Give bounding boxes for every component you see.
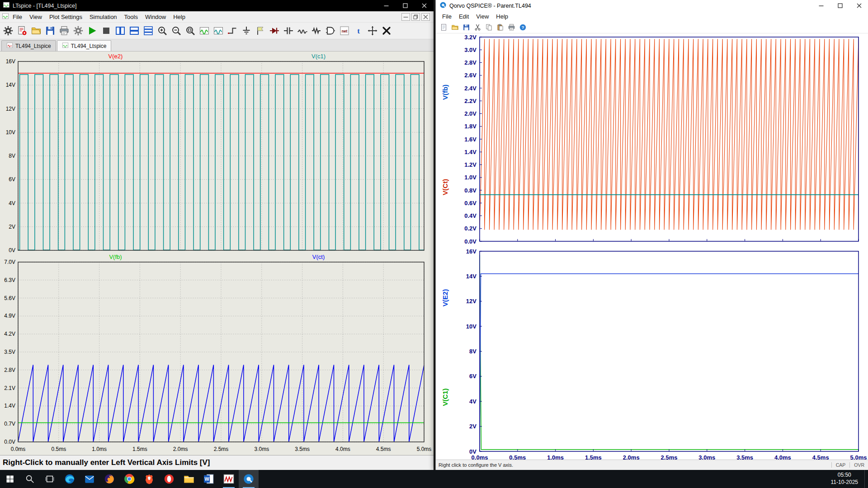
delete-icon[interactable]	[379, 24, 393, 38]
y-tick-label[interactable]: 12V	[466, 298, 476, 305]
zoom-in-icon[interactable]	[155, 24, 169, 38]
open-icon[interactable]	[29, 24, 43, 38]
qspice-maximize-button[interactable]	[830, 0, 849, 11]
taskbar-chrome-icon[interactable]	[119, 470, 139, 488]
x-tick-label[interactable]: 1.0ms	[92, 446, 107, 452]
y-tick-label[interactable]: 10V	[466, 323, 476, 330]
print-icon[interactable]	[57, 24, 71, 38]
trace-title-V(c1)[interactable]: V(c1)	[311, 53, 326, 60]
new-doc-icon[interactable]	[439, 22, 448, 32]
help-icon[interactable]: ?	[518, 22, 528, 32]
x-tick-label[interactable]: 4.5ms	[376, 446, 391, 452]
y-tick-label[interactable]: 2.8V	[464, 59, 476, 66]
axis-label-V(C1)[interactable]: V(C1)	[441, 388, 449, 406]
y-tick-label[interactable]: 0.0V	[464, 238, 476, 245]
x-tick-label[interactable]: 2.5ms	[661, 454, 678, 460]
y-tick-label[interactable]: 3.5V	[4, 349, 15, 355]
x-tick-label[interactable]: 1.5ms	[132, 446, 147, 452]
new-schematic-icon[interactable]	[15, 24, 29, 38]
ltspice-tab-1[interactable]: TL494_Ltspice	[1, 40, 56, 51]
x-tick-label[interactable]: 0.5ms	[509, 454, 526, 460]
ltspice-tab-2[interactable]: TL494_Ltspice	[57, 40, 112, 51]
x-tick-label[interactable]: 0.0ms	[472, 454, 488, 460]
netlist-icon[interactable]: net	[337, 24, 351, 38]
y-tick-label[interactable]: 14V	[466, 273, 476, 280]
text-icon[interactable]: t	[351, 24, 365, 38]
y-tick-label[interactable]: 14V	[6, 82, 15, 88]
x-tick-label[interactable]: 5.0ms	[417, 446, 432, 452]
ltspice-menu-window[interactable]: Window	[142, 13, 170, 21]
y-tick-label[interactable]: 6V	[469, 373, 476, 380]
qspice-menu-view[interactable]: View	[472, 12, 492, 21]
ground-icon[interactable]	[239, 24, 253, 38]
y-tick-label[interactable]: 2V	[9, 224, 15, 230]
save-icon[interactable]	[43, 24, 57, 38]
y-tick-label[interactable]: 0.7V	[4, 421, 15, 427]
settings-icon[interactable]	[71, 24, 85, 38]
qspice-minimize-button[interactable]	[811, 0, 830, 11]
y-tick-label[interactable]: 7.0V	[4, 259, 15, 265]
trace-title-V(ct)[interactable]: V(ct)	[312, 253, 325, 260]
x-tick-label[interactable]: 4.0ms	[774, 454, 791, 460]
search-button[interactable]	[20, 470, 40, 488]
y-tick-label[interactable]: 16V	[6, 58, 15, 65]
print-icon[interactable]	[506, 22, 516, 32]
start-button[interactable]	[0, 470, 20, 488]
x-tick-label[interactable]: 2.0ms	[173, 446, 188, 452]
y-tick-label[interactable]: 1.6V	[464, 136, 476, 143]
y-tick-label[interactable]: 2.2V	[464, 98, 476, 104]
open-icon[interactable]	[450, 22, 460, 32]
y-tick-label[interactable]: 0V	[9, 247, 15, 253]
three-panes-icon[interactable]	[141, 24, 155, 38]
y-tick-label[interactable]: 1.0V	[464, 174, 476, 181]
y-tick-label[interactable]: 2.8V	[4, 367, 15, 373]
trace-title-V(fb)[interactable]: V(fb)	[109, 253, 122, 260]
y-tick-label[interactable]: 2.4V	[464, 85, 476, 92]
ltspice-menu-file[interactable]: File	[9, 13, 26, 21]
wire-icon[interactable]	[225, 24, 239, 38]
paste-icon[interactable]	[495, 22, 505, 32]
capacitor-icon[interactable]	[281, 24, 295, 38]
qspice-waveform-viewer[interactable]: 3.2V3.0V2.8V2.6V2.4V2.2V2.0V1.8V1.6V1.4V…	[436, 33, 868, 460]
ltspice-close-button[interactable]	[415, 0, 434, 11]
y-tick-label[interactable]: 0.2V	[464, 225, 476, 232]
y-tick-label[interactable]: 5.6V	[4, 295, 15, 301]
inductor-icon[interactable]	[295, 24, 309, 38]
x-tick-label[interactable]: 0.5ms	[51, 446, 66, 452]
y-tick-label[interactable]: 2.6V	[464, 72, 476, 79]
axis-label-V(Ct)[interactable]: V(Ct)	[441, 179, 449, 195]
taskbar-word-icon[interactable]: W	[199, 470, 219, 488]
ltspice-menu-plot-settings[interactable]: Plot Settings	[46, 13, 86, 21]
ltspice-menu-simulation[interactable]: Simulation	[86, 13, 121, 21]
x-tick-label[interactable]: 3.5ms	[295, 446, 310, 452]
task-view-button[interactable]	[40, 470, 60, 488]
zoom-out-icon[interactable]	[169, 24, 183, 38]
ltspice-waveform-viewer[interactable]: 16V14V12V10V8V6V4V2V0VV(e2)V(c1)7.0V6.3V…	[0, 52, 434, 455]
two-panes-icon[interactable]	[127, 24, 141, 38]
zoom-full-icon[interactable]	[183, 24, 197, 38]
x-tick-label[interactable]: 4.0ms	[335, 446, 350, 452]
y-tick-label[interactable]: 6.3V	[4, 277, 15, 283]
control-panel-icon[interactable]	[1, 24, 15, 38]
x-tick-label[interactable]: 4.5ms	[812, 454, 829, 460]
taskbar-qspice-icon[interactable]	[239, 470, 259, 488]
mdi-close-button[interactable]	[421, 13, 430, 21]
x-tick-label[interactable]: 0.0ms	[11, 446, 26, 452]
qspice-menu-help[interactable]: Help	[492, 12, 512, 21]
y-tick-label[interactable]: 6V	[9, 176, 15, 183]
y-tick-label[interactable]: 1.4V	[4, 403, 15, 409]
x-tick-label[interactable]: 2.0ms	[623, 454, 640, 460]
ltspice-menu-view[interactable]: View	[26, 13, 46, 21]
autorange-icon[interactable]	[197, 24, 211, 38]
cut-icon[interactable]	[472, 22, 482, 32]
y-tick-label[interactable]: 0.6V	[464, 200, 476, 206]
qspice-menu-edit[interactable]: Edit	[455, 12, 472, 21]
halt-icon[interactable]	[99, 24, 113, 38]
y-tick-label[interactable]: 0.0V	[4, 439, 15, 445]
taskbar-ltspice-icon[interactable]	[219, 470, 239, 488]
taskbar-edge-icon[interactable]	[60, 470, 80, 488]
trace-title-V(e2)[interactable]: V(e2)	[108, 53, 123, 60]
y-tick-label[interactable]: 1.4V	[464, 149, 476, 155]
y-tick-label[interactable]: 1.2V	[464, 161, 476, 168]
fft-icon[interactable]	[211, 24, 225, 38]
